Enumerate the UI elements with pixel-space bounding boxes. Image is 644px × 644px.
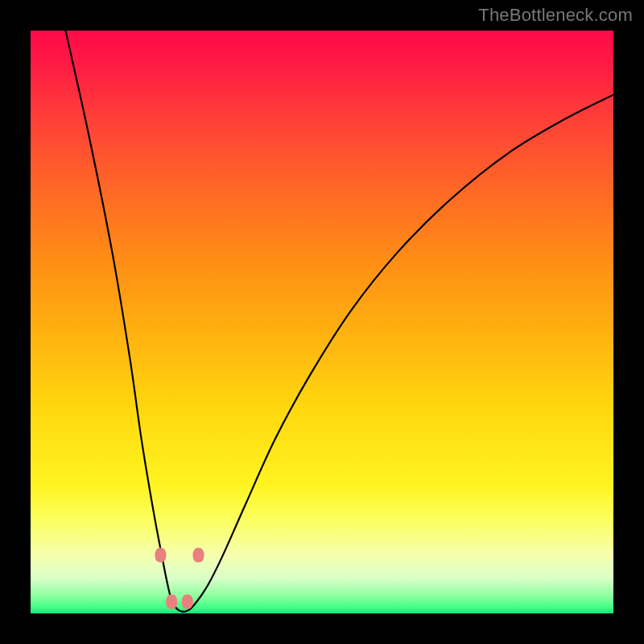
- chart-frame: TheBottleneck.com: [0, 0, 644, 644]
- highlight-dot: [182, 595, 193, 609]
- highlight-dot: [155, 548, 166, 563]
- plot-gradient-area: [31, 31, 613, 613]
- curve-layer: [31, 31, 613, 613]
- highlight-dot: [166, 595, 177, 609]
- watermark-text: TheBottleneck.com: [478, 5, 633, 26]
- bottleneck-curve: [65, 31, 613, 612]
- highlight-dot: [193, 548, 204, 563]
- highlight-dots: [155, 548, 204, 609]
